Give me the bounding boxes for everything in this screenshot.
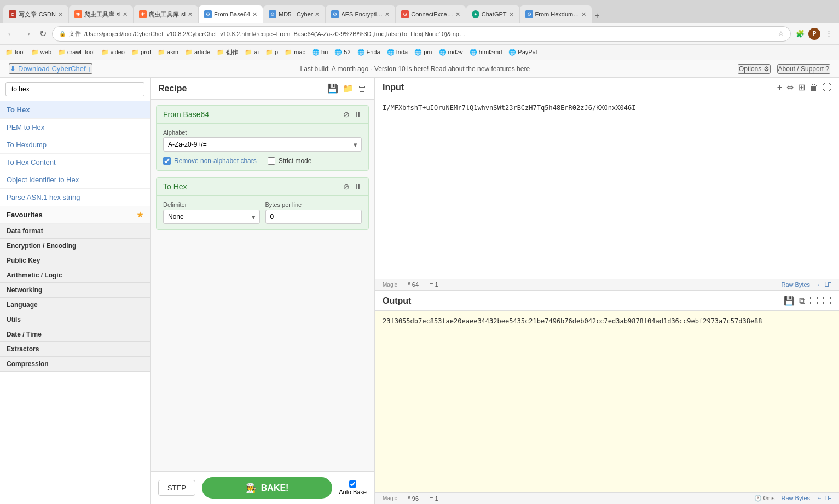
- step-pause-button-from-base64[interactable]: ⏸: [354, 110, 362, 119]
- bookmark-ai[interactable]: 📁 ai: [245, 49, 259, 56]
- delimiter-select[interactable]: None: [163, 210, 260, 224]
- recipe-folder-button[interactable]: 📁: [343, 83, 354, 94]
- output-fullscreen-button[interactable]: ⛶: [823, 296, 831, 306]
- tab-aes[interactable]: ⚙ AES Encrypti… ✕: [326, 5, 395, 23]
- output-raw-bytes-label[interactable]: Raw Bytes: [782, 495, 811, 502]
- auto-bake-checkbox[interactable]: [349, 480, 356, 488]
- tab-close-aes[interactable]: ✕: [385, 11, 390, 18]
- bookmark-star-icon[interactable]: ☆: [778, 30, 784, 37]
- sidebar-section-arithmetic-logic[interactable]: Arithmetic / Logic: [0, 268, 150, 283]
- bookmark-hu[interactable]: 🌐 hu: [312, 49, 328, 56]
- back-button[interactable]: ←: [4, 27, 18, 41]
- sidebar-item-to-hexdump[interactable]: To Hexdump: [0, 136, 150, 154]
- output-lf-label[interactable]: ← LF: [817, 495, 831, 502]
- step-disable-button-to-hex[interactable]: ⊘: [343, 182, 350, 191]
- remove-nonalpha-checkbox-label[interactable]: Remove non-alphabet chars: [163, 157, 257, 165]
- tab-frombase64[interactable]: ⚙ From Base64 ✕: [199, 5, 263, 23]
- forward-button[interactable]: →: [21, 27, 34, 41]
- extensions-button[interactable]: 🧩: [794, 28, 806, 40]
- refresh-button[interactable]: ↻: [37, 26, 49, 41]
- output-copy-button[interactable]: ⧉: [799, 296, 805, 306]
- input-split-button[interactable]: ⊞: [798, 82, 805, 92]
- sidebar-item-object-identifier-to-hex[interactable]: Object Identifier to Hex: [0, 171, 150, 189]
- sidebar-item-to-hex-content[interactable]: To Hex Content: [0, 154, 150, 171]
- sidebar-section-data-format[interactable]: Data format: [0, 224, 150, 239]
- sidebar-section-compression[interactable]: Compression: [0, 357, 150, 372]
- tab-connectexce[interactable]: G ConnectExce… ✕: [396, 5, 465, 23]
- tab-close-pawu1[interactable]: ✕: [123, 11, 128, 18]
- sidebar-section-utils[interactable]: Utils: [0, 312, 150, 327]
- bookmark-article[interactable]: 📁 article: [185, 49, 210, 56]
- sidebar-item-to-hex[interactable]: To Hex: [0, 101, 150, 119]
- step-button[interactable]: STEP: [158, 480, 195, 496]
- bookmark-p[interactable]: 📁 p: [265, 49, 278, 56]
- tab-close-chatgpt[interactable]: ✕: [509, 11, 514, 18]
- options-button[interactable]: Options ⚙: [738, 64, 771, 74]
- tab-close-frombase64[interactable]: ✕: [252, 11, 257, 18]
- bookmark-mdv[interactable]: 🌐 md>v: [439, 49, 463, 56]
- bake-button[interactable]: 🧑‍🍳 BAKE!: [202, 477, 332, 499]
- input-resize-button[interactable]: ⇔: [786, 82, 794, 92]
- bookmark-prof[interactable]: 📁 prof: [131, 49, 151, 56]
- tab-pawu1[interactable]: 🕷 爬虫工具库-si ✕: [69, 5, 134, 23]
- tab-close-fromhexdum[interactable]: ✕: [581, 11, 586, 18]
- sidebar-section-networking[interactable]: Networking: [0, 283, 150, 298]
- download-button[interactable]: ⬇ Download CyberChef ↓: [9, 63, 92, 74]
- profile-button[interactable]: P: [808, 28, 820, 40]
- sidebar-section-language[interactable]: Language: [0, 298, 150, 312]
- bookmark-crawl_tool[interactable]: 📁 crawl_tool: [58, 49, 95, 56]
- bookmark-htmlmd[interactable]: 🌐 html>md: [470, 49, 502, 56]
- tab-close-connectexce[interactable]: ✕: [455, 11, 460, 18]
- strict-mode-checkbox-label[interactable]: Strict mode: [268, 157, 312, 165]
- about-support-button[interactable]: About / Support ?: [777, 64, 830, 74]
- bookmark-frida-cap[interactable]: 🌐 Frida: [357, 49, 380, 56]
- recipe-save-button[interactable]: 💾: [327, 83, 338, 94]
- step-pause-button-to-hex[interactable]: ⏸: [354, 182, 362, 191]
- tab-chatgpt[interactable]: ● ChatGPT ✕: [466, 5, 519, 23]
- recipe-step-from-base64: From Base64 ⊘ ⏸ Alphabet A-Za-z0-9+/=: [156, 105, 369, 171]
- settings-button[interactable]: ⋮: [823, 28, 835, 40]
- sidebar-section-favourites[interactable]: Favourites ★: [0, 206, 150, 224]
- bytes-per-line-input[interactable]: [265, 210, 362, 224]
- input-area[interactable]: I/MFXbfshT+uIOruNEMr7lQ1whvnSWt23rBCzH7T…: [375, 97, 839, 279]
- strict-mode-checkbox[interactable]: [268, 157, 275, 165]
- input-expand-button[interactable]: ⛶: [823, 82, 831, 92]
- sidebar-section-public-key[interactable]: Public Key: [0, 253, 150, 268]
- tab-close-md5[interactable]: ✕: [315, 11, 320, 18]
- sidebar-item-pem-to-hex[interactable]: PEM to Hex: [0, 119, 150, 136]
- tab-csdn[interactable]: C 写文章-CSDN ✕: [3, 5, 68, 23]
- bookmark-paypal[interactable]: 🌐 PayPal: [508, 49, 537, 56]
- tab-close-csdn[interactable]: ✕: [58, 11, 63, 18]
- sidebar-section-extractors[interactable]: Extractors: [0, 342, 150, 357]
- bookmark-mac[interactable]: 📁 mac: [285, 49, 305, 56]
- tab-close-pawu2[interactable]: ✕: [188, 11, 193, 18]
- output-save-button[interactable]: 💾: [784, 296, 795, 306]
- bookmark-akm[interactable]: 📁 akm: [158, 49, 178, 56]
- input-add-button[interactable]: +: [777, 82, 782, 92]
- sidebar-section-label-networking: Networking: [7, 286, 42, 294]
- bookmark-tool[interactable]: 📁 tool: [5, 49, 25, 56]
- bookmark-pm[interactable]: 🌐 pm: [414, 49, 432, 56]
- step-disable-button-from-base64[interactable]: ⊘: [343, 110, 350, 119]
- bookmark-video[interactable]: 📁 video: [101, 49, 125, 56]
- input-trash-button[interactable]: 🗑: [809, 82, 818, 92]
- search-input[interactable]: [5, 82, 144, 96]
- output-expand-button[interactable]: ⛶: [809, 296, 818, 306]
- bookmark-frida[interactable]: 🌐 frida: [387, 49, 408, 56]
- tab-fromhexdum[interactable]: ⚙ From Hexdum… ✕: [520, 5, 592, 23]
- sidebar-section-datetime[interactable]: Date / Time: [0, 327, 150, 342]
- input-raw-bytes-label[interactable]: Raw Bytes: [782, 281, 811, 288]
- alphabet-select[interactable]: A-Za-z0-9+/=: [163, 137, 362, 152]
- bookmark-web[interactable]: 📁 web: [31, 49, 51, 56]
- remove-nonalpha-checkbox[interactable]: [163, 157, 171, 165]
- bookmark-create[interactable]: 📁 创作: [217, 48, 238, 56]
- tab-pawu2[interactable]: 🕷 爬虫工具库-si ✕: [134, 5, 198, 23]
- tab-md5[interactable]: ⚙ MD5 - Cyber ✕: [263, 5, 325, 23]
- sidebar-item-parse-asn1[interactable]: Parse ASN.1 hex string: [0, 189, 150, 206]
- url-bar[interactable]: 🔒 文件 /Users/project/tool/CyberChef_v10.8…: [52, 26, 791, 42]
- new-tab-button[interactable]: +: [592, 9, 601, 23]
- recipe-clear-button[interactable]: 🗑: [358, 83, 367, 94]
- sidebar-section-encryption-encoding[interactable]: Encryption / Encoding: [0, 239, 150, 253]
- bookmark-52[interactable]: 🌐 52: [334, 49, 350, 56]
- input-lf-label[interactable]: ← LF: [817, 281, 831, 288]
